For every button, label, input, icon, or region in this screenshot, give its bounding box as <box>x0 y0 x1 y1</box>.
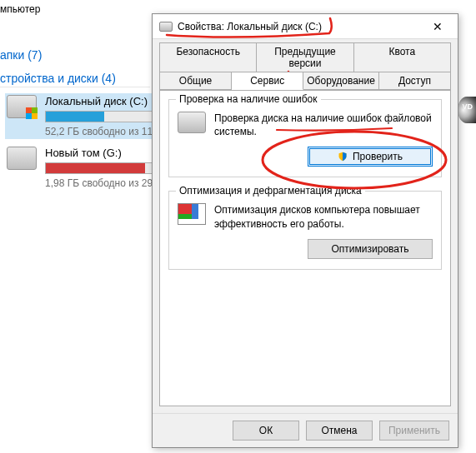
drive-name: Локальный диск (C:) <box>45 95 153 107</box>
breadcrumb-partial: мпьютер <box>0 3 40 15</box>
group-error-check: Проверка на наличие ошибок Проверка диск… <box>168 99 442 177</box>
group-legend: Проверка на наличие ошибок <box>176 93 321 105</box>
tab-page-tools: Проверка на наличие ошибок Проверка диск… <box>159 90 451 406</box>
group-text: Проверка диска на наличие ошибок файлово… <box>214 112 433 138</box>
close-icon: ✕ <box>433 20 443 33</box>
check-button[interactable]: Проверить <box>308 147 433 167</box>
defrag-icon <box>178 203 206 225</box>
uac-shield-icon <box>338 152 348 162</box>
ok-button[interactable]: ОК <box>233 421 299 441</box>
drive-icon <box>7 147 37 170</box>
usage-bar <box>45 111 153 122</box>
windows-logo-icon <box>26 107 38 119</box>
titlebar[interactable]: Свойства: Локальный диск (C:) ✕ <box>153 14 458 39</box>
tab-quota[interactable]: Квота <box>354 42 451 72</box>
drive-name: Новый том (G:) <box>45 147 153 159</box>
tab-general[interactable]: Общие <box>159 72 232 90</box>
tab-tools[interactable]: Сервис <box>232 72 303 90</box>
drive-sub: 1,98 ГБ свободно из 29 <box>45 177 153 189</box>
group-defrag: Оптимизация и дефрагментация диска Оптим… <box>168 191 442 269</box>
dialog-button-row: ОК Отмена Применить <box>153 413 458 447</box>
tab-strip: Безопасность Предыдущие версии Квота Общ… <box>153 39 458 90</box>
tab-security[interactable]: Безопасность <box>159 42 257 72</box>
properties-dialog: Свойства: Локальный диск (C:) ✕ Безопасн… <box>152 13 458 448</box>
section-folders[interactable]: апки (7) <box>0 48 42 62</box>
cancel-button[interactable]: Отмена <box>306 421 373 441</box>
drive-sub: 52,2 ГБ свободно из 11 <box>45 126 153 137</box>
drive-icon <box>178 112 206 133</box>
apply-button[interactable]: Применить <box>379 421 449 441</box>
dialog-title: Свойства: Локальный диск (C:) <box>178 21 416 32</box>
section-divider <box>0 87 150 87</box>
tab-previous-versions[interactable]: Предыдущие версии <box>257 42 353 72</box>
drive-item-c[interactable]: Локальный диск (C:) 52,2 ГБ свободно из … <box>5 93 155 139</box>
usage-fill <box>46 112 104 122</box>
tab-sharing[interactable]: Доступ <box>379 72 451 90</box>
usage-fill <box>46 163 145 173</box>
drive-icon <box>159 22 173 32</box>
close-button[interactable]: ✕ <box>421 16 454 37</box>
optimize-button-label: Оптимизировать <box>332 243 409 255</box>
usage-bar <box>45 162 153 174</box>
group-legend: Оптимизация и дефрагментация диска <box>176 185 365 197</box>
drive-item-g[interactable]: Новый том (G:) 1,98 ГБ свободно из 29 <box>7 147 153 189</box>
optimize-button[interactable]: Оптимизировать <box>308 239 433 259</box>
section-devices[interactable]: стройства и диски (4) <box>0 72 116 85</box>
tab-hardware[interactable]: Оборудование <box>303 72 379 90</box>
check-button-label: Проверить <box>353 151 403 162</box>
drive-icon <box>7 95 37 118</box>
group-text: Оптимизация дисков компьютера повышает э… <box>214 203 433 230</box>
dvd-label: VD <box>462 102 473 111</box>
